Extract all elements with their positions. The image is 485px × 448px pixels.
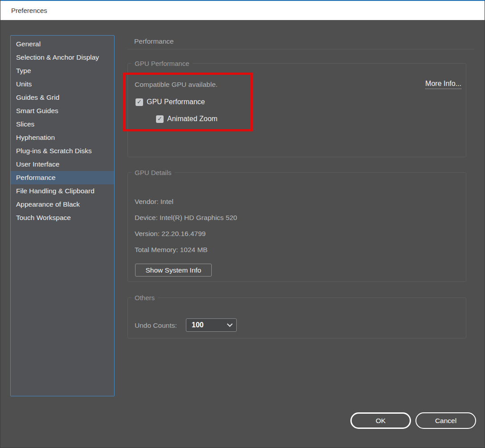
sidebar-item-user-interface[interactable]: User Interface bbox=[11, 158, 114, 171]
gpu-device-text: Device: Intel(R) HD Graphics 520 bbox=[135, 214, 237, 222]
ok-button[interactable]: OK bbox=[350, 412, 411, 429]
sidebar-item-hyphenation[interactable]: Hyphenation bbox=[11, 131, 114, 144]
undo-counts-dropdown[interactable]: 100 bbox=[186, 318, 237, 332]
preferences-dialog: Preferences GeneralSelection & Anchor Di… bbox=[0, 0, 485, 448]
sidebar-item-smart-guides[interactable]: Smart Guides bbox=[11, 104, 114, 118]
gpu-details-group: GPU Details Vendor: Intel Device: Intel(… bbox=[127, 169, 466, 282]
sidebar-item-file-handling-clipboard[interactable]: File Handling & Clipboard bbox=[11, 184, 114, 198]
window-title: Preferences bbox=[11, 7, 47, 14]
checkmark-icon: ✓ bbox=[157, 116, 162, 122]
gpu-vendor-text: Vendor: Intel bbox=[135, 198, 173, 206]
cancel-button[interactable]: Cancel bbox=[415, 412, 476, 429]
gpu-performance-checkbox-row: ✓ GPU Performance bbox=[136, 98, 205, 106]
checkmark-icon: ✓ bbox=[137, 99, 142, 105]
sidebar-item-general[interactable]: General bbox=[11, 37, 114, 51]
sidebar-item-slices[interactable]: Slices bbox=[11, 118, 114, 131]
sidebar-item-guides-grid[interactable]: Guides & Grid bbox=[11, 91, 114, 104]
others-legend: Others bbox=[132, 294, 158, 301]
title-bar: Preferences bbox=[0, 0, 485, 20]
gpu-status-text: Compatible GPU available. bbox=[135, 81, 218, 89]
sidebar-item-performance[interactable]: Performance bbox=[11, 171, 114, 184]
chevron-down-icon bbox=[227, 321, 233, 327]
gpu-performance-legend: GPU Performance bbox=[132, 60, 193, 67]
gpu-performance-checkbox-label: GPU Performance bbox=[147, 98, 205, 106]
gpu-memory-text: Total Memory: 1024 MB bbox=[135, 246, 208, 254]
animated-zoom-checkbox-label: Animated Zoom bbox=[167, 115, 218, 123]
gpu-version-text: Version: 22.20.16.4799 bbox=[135, 230, 206, 238]
sidebar-item-touch-workspace[interactable]: Touch Workspace bbox=[11, 211, 114, 224]
gpu-performance-group: GPU Performance Compatible GPU available… bbox=[127, 60, 466, 157]
title-divider bbox=[127, 49, 474, 49]
sidebar-item-appearance-of-black[interactable]: Appearance of Black bbox=[11, 198, 114, 211]
sidebar-item-type[interactable]: Type bbox=[11, 64, 114, 77]
preferences-category-list: GeneralSelection & Anchor DisplayTypeUni… bbox=[10, 35, 115, 396]
undo-counts-label: Undo Counts: bbox=[135, 322, 177, 330]
sidebar-item-plug-ins-scratch-disks[interactable]: Plug-ins & Scratch Disks bbox=[11, 144, 114, 158]
animated-zoom-checkbox[interactable]: ✓ bbox=[156, 115, 164, 123]
page-title: Performance bbox=[134, 37, 174, 45]
gpu-details-legend: GPU Details bbox=[132, 169, 175, 176]
more-info-link[interactable]: More Info... bbox=[425, 80, 461, 89]
sidebar-item-units[interactable]: Units bbox=[11, 77, 114, 91]
others-group: Others Undo Counts: 100 bbox=[127, 294, 466, 338]
sidebar-item-selection-anchor-display[interactable]: Selection & Anchor Display bbox=[11, 51, 114, 64]
undo-counts-value: 100 bbox=[192, 321, 228, 329]
animated-zoom-checkbox-row: ✓ Animated Zoom bbox=[156, 114, 218, 123]
show-system-info-button[interactable]: Show System Info bbox=[135, 264, 212, 277]
gpu-performance-checkbox[interactable]: ✓ bbox=[136, 98, 143, 106]
